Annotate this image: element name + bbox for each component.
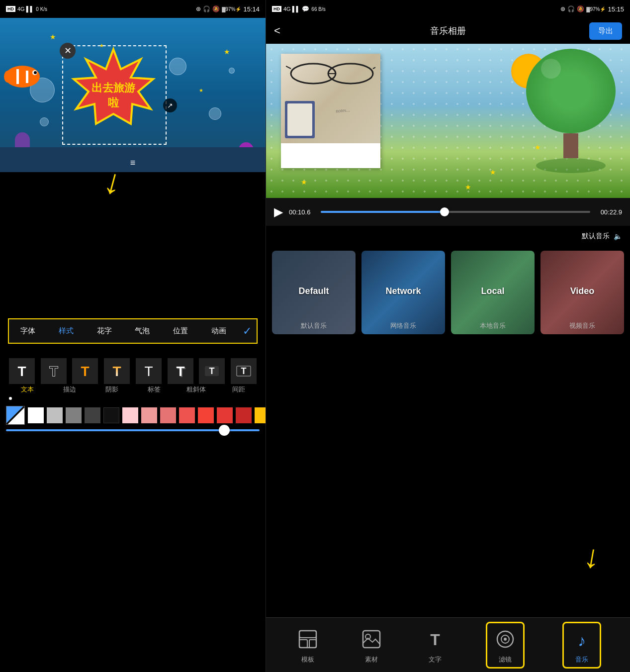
color-lightgray[interactable] bbox=[47, 407, 63, 423]
export-button[interactable]: 导出 bbox=[589, 22, 622, 40]
color-dark-red[interactable] bbox=[236, 407, 252, 423]
tab-fancy[interactable]: 花字 bbox=[85, 324, 123, 338]
signal-icon: 4G ▌▌ bbox=[17, 6, 34, 12]
music-card-default[interactable]: Default 默认音乐 bbox=[272, 251, 356, 334]
color-red-dark[interactable] bbox=[198, 407, 214, 423]
text-label: 文字 bbox=[429, 655, 442, 664]
style-icon-thin[interactable]: T bbox=[136, 358, 162, 384]
play-button[interactable]: ▶ bbox=[274, 205, 283, 219]
material-icon bbox=[359, 626, 384, 652]
style-icon-text[interactable]: T bbox=[9, 358, 35, 384]
svg-text:T: T bbox=[209, 366, 215, 376]
slider-track[interactable] bbox=[6, 429, 260, 431]
current-time: 00:10.6 bbox=[289, 208, 315, 216]
nav-item-music[interactable]: ♪ 音乐 bbox=[562, 622, 601, 669]
bubble-5 bbox=[229, 68, 235, 74]
music-label-row: 默认音乐 🔈 bbox=[266, 226, 630, 247]
star-4: ★ bbox=[224, 48, 230, 56]
tab-font[interactable]: 字体 bbox=[9, 324, 47, 338]
card-default-sublabel: 默认音乐 bbox=[272, 321, 356, 330]
material-label: 素材 bbox=[365, 655, 378, 664]
back-button[interactable]: < bbox=[274, 24, 280, 37]
color-red-light[interactable] bbox=[160, 407, 176, 423]
close-overlay-button[interactable]: ✕ bbox=[60, 43, 76, 59]
style-icon-shadow[interactable]: T T bbox=[168, 358, 193, 384]
star-3: ★ bbox=[199, 88, 203, 93]
color-white[interactable] bbox=[28, 407, 44, 423]
confirm-button[interactable]: ✓ bbox=[238, 325, 257, 338]
status-bar-left: HD 4G ▌▌ 0 K/s ⊛ 🎧 🔕 ▓97%⚡ 15:14 bbox=[0, 0, 266, 18]
speaker-icon: 🔈 bbox=[614, 232, 622, 240]
svg-rect-3 bbox=[26, 71, 28, 83]
nav-item-material[interactable]: 素材 bbox=[359, 626, 384, 664]
style-icon-orange[interactable]: T bbox=[72, 358, 98, 384]
nav-item-filter[interactable]: 滤镜 bbox=[486, 622, 525, 669]
color-black[interactable] bbox=[103, 407, 119, 423]
mute-icon: 🔕 bbox=[212, 5, 220, 12]
svg-text:♪: ♪ bbox=[578, 632, 586, 649]
tree-shadow bbox=[536, 158, 606, 173]
menu-icon[interactable]: ≡ bbox=[130, 158, 136, 168]
progress-thumb[interactable] bbox=[440, 207, 449, 216]
bubble-2 bbox=[169, 58, 186, 75]
svg-point-6 bbox=[34, 71, 37, 74]
video-preview-left: ★ ★ ★ ★ 出去旅游 啦 ✕ ↗ ≡ bbox=[0, 18, 266, 172]
slider-thumb[interactable] bbox=[219, 425, 230, 436]
color-darkgray[interactable] bbox=[85, 407, 100, 423]
music-card-local[interactable]: Local 本地音乐 bbox=[451, 251, 535, 334]
tab-bubble[interactable]: 气泡 bbox=[123, 324, 162, 338]
dot-indicator bbox=[9, 397, 12, 400]
svg-text:T: T bbox=[144, 364, 153, 379]
hd-badge-right: HD bbox=[272, 6, 281, 12]
data-rate-right: 66 B/s bbox=[311, 6, 325, 12]
style-icon-outline[interactable]: T bbox=[231, 358, 257, 384]
music-card-video[interactable]: Video 视频音乐 bbox=[540, 251, 624, 334]
svg-rect-28 bbox=[299, 631, 316, 638]
text-selection-box bbox=[62, 45, 167, 145]
tree-trunk bbox=[563, 133, 578, 158]
card-local-sublabel: 本地音乐 bbox=[451, 321, 535, 330]
progress-track[interactable] bbox=[321, 211, 590, 213]
svg-text:T: T bbox=[113, 364, 121, 379]
label-spacing: 间距 bbox=[217, 385, 260, 394]
battery-right: ▓97%⚡ bbox=[586, 6, 606, 12]
color-pink-light[interactable] bbox=[122, 407, 138, 423]
label-shadow: 阴影 bbox=[90, 385, 133, 394]
tree-crown bbox=[526, 49, 616, 133]
style-labels-row: 文本 描边 阴影 标签 粗斜体 间距 bbox=[0, 385, 266, 394]
style-icon-gradient[interactable]: T bbox=[104, 358, 130, 384]
default-music-label: 默认音乐 bbox=[582, 232, 610, 241]
progress-filled bbox=[321, 211, 445, 213]
star-r4: ★ bbox=[465, 183, 471, 191]
svg-point-36 bbox=[504, 638, 507, 641]
music-icon: ♪ bbox=[569, 626, 595, 652]
color-no-fill[interactable] bbox=[6, 406, 25, 425]
music-card-network[interactable]: Network 网络音乐 bbox=[361, 251, 445, 334]
sky-bg: notes... ★ ★ ★ ★ bbox=[266, 44, 630, 198]
card-network-sublabel: 网络音乐 bbox=[361, 321, 445, 330]
label-bold-italic: 粗斜体 bbox=[175, 385, 217, 394]
svg-rect-31 bbox=[363, 631, 380, 648]
text-nav-icon: T bbox=[422, 626, 448, 652]
label-stroke: 描边 bbox=[48, 385, 90, 394]
music-label: 音乐 bbox=[575, 655, 588, 664]
status-right-network: HD 4G ▌▌ 💬 66 B/s bbox=[272, 5, 326, 12]
template-icon bbox=[295, 626, 321, 652]
color-gray[interactable] bbox=[66, 407, 82, 423]
nav-item-text[interactable]: T 文字 bbox=[422, 626, 448, 664]
nav-item-template[interactable]: 模板 bbox=[295, 626, 321, 664]
bottom-nav: 模板 素材 T 文字 bbox=[266, 617, 630, 672]
tab-animation[interactable]: 动画 bbox=[199, 324, 238, 338]
resize-handle[interactable]: ↗ bbox=[163, 98, 177, 112]
battery-icon: ▓97%⚡ bbox=[222, 6, 241, 12]
tab-position[interactable]: 位置 bbox=[162, 324, 200, 338]
tab-style[interactable]: 样式 bbox=[47, 324, 86, 338]
filter-label: 滤镜 bbox=[499, 655, 512, 664]
color-red-darker[interactable] bbox=[217, 407, 233, 423]
color-red[interactable] bbox=[179, 407, 195, 423]
color-pink[interactable] bbox=[141, 407, 157, 423]
bubble-4 bbox=[40, 117, 49, 126]
style-icon-box[interactable]: T bbox=[199, 358, 225, 384]
music-grid: Default 默认音乐 Network 网络音乐 Local 本地音乐 Vid… bbox=[266, 247, 630, 338]
style-icon-border[interactable]: T T bbox=[41, 358, 67, 384]
